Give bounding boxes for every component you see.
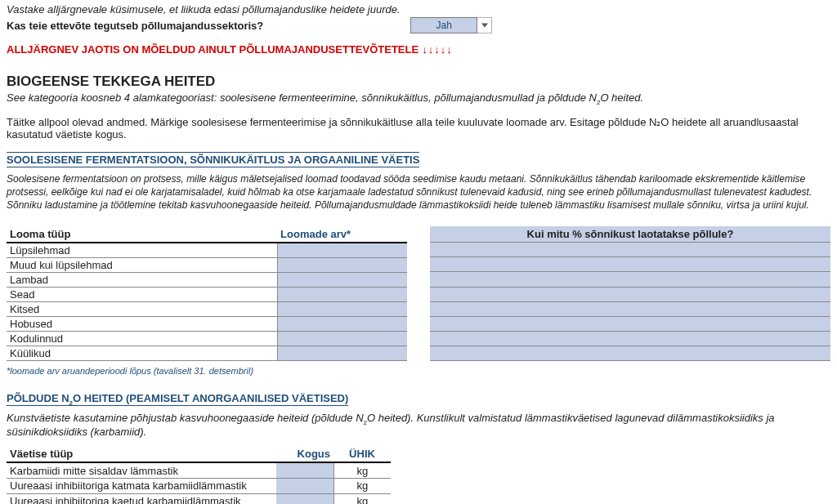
fertilizer-row-label: Uureaasi inhibiitoriga kaetud karbamiidl… (7, 493, 276, 504)
col-manure-percent: Kui mitu % sõnnikust laotatakse põllule? (430, 226, 830, 243)
section-n2o-title: PÕLDUDE N2O HEITED (PEAMISELT ANORGAANIL… (7, 391, 348, 406)
category-description: See kategooria koosneb 4 alamkategoorias… (7, 91, 830, 106)
animal-count-footnote: *loomade arv aruandeperioodi lõpus (tava… (7, 366, 830, 376)
sector-select-value: Jah (410, 17, 477, 33)
animal-count-input[interactable] (277, 302, 407, 317)
fertilizer-unit: kg (333, 478, 391, 493)
fertilizer-table: Väetise tüüp Kogus ÜHIK Karbamiidi mitte… (7, 446, 391, 504)
manure-percent-input[interactable] (430, 243, 830, 257)
desc-prefix: See kategooria koosneb 4 alamkategoorias… (7, 91, 597, 104)
animal-row-label: Kitsed (7, 302, 277, 317)
manure-percent-input[interactable] (430, 346, 830, 361)
animal-row-label: Lüpsilehmad (7, 243, 277, 258)
fertilizer-row-label: Uureaasi inhibiitoriga katmata karbamiid… (7, 478, 276, 493)
n2o-title-suffix: O HEITED (PEAMISELT ANORGAANILISED VÄETI… (73, 392, 348, 404)
fill-instructions: Täitke allpool olevad andmed. Märkige so… (7, 116, 830, 140)
sector-select[interactable]: Jah (410, 17, 492, 33)
col-count-link[interactable]: Loomade arv (280, 228, 347, 240)
animal-count-input[interactable] (277, 332, 407, 346)
animal-count-input[interactable] (277, 317, 407, 332)
animal-row-label: Küülikud (7, 346, 277, 361)
down-arrows-icon: ↓↓↓↓↓ (422, 43, 453, 56)
fertilizer-row-label: Karbamiidi mitte sisaldav lämmastik (7, 462, 276, 478)
main-heading: BIOGEENSE TEKKEGA HEITED (7, 74, 830, 90)
section-enteric-desc: Soolesisene fermentatsioon on protsess, … (7, 172, 830, 212)
chevron-down-icon (477, 17, 492, 33)
animal-tables-row: Looma tüüp Loomade arv* Lüpsilehmad Muud… (7, 226, 830, 361)
animal-count-input[interactable] (277, 258, 407, 273)
animal-count-input[interactable] (277, 288, 407, 302)
n2o-title-prefix: PÕLDUDE N (7, 392, 69, 404)
animal-count-input[interactable] (277, 273, 407, 288)
svg-marker-0 (481, 24, 488, 28)
section-n2o-desc: Kunstväetiste kasutamine põhjustab kasvu… (7, 412, 830, 439)
desc-suffix: O heited. (600, 91, 643, 104)
manure-percent-input[interactable] (430, 316, 830, 331)
fertilizer-qty-input[interactable] (276, 462, 333, 478)
fertilizer-qty-input[interactable] (276, 478, 333, 493)
animal-row-label: Kodulinnud (7, 332, 277, 346)
col-unit: ÜHIK (333, 446, 391, 462)
agriculture-only-warning: ALLJÄRGNEV JAOTIS ON MÕELDUD AINULT PÕLL… (7, 43, 830, 56)
animal-type-table: Looma tüüp Loomade arv* Lüpsilehmad Muud… (7, 226, 407, 361)
fertilizer-qty-input[interactable] (276, 493, 333, 504)
col-fertilizer-type: Väetise tüüp (7, 446, 276, 462)
animal-row-label: Lambad (7, 273, 277, 288)
intro-text: Vastake alljärgnevale küsimusele, et lii… (7, 3, 830, 16)
animal-row-label: Muud kui lüpsilehmad (7, 258, 277, 273)
n2o-desc-prefix: Kunstväetiste kasutamine põhjustab kasvu… (7, 412, 364, 424)
col-animal-type: Looma tüüp (7, 226, 277, 243)
question-row: Kas teie ettevõte tegutseb põllumajandus… (7, 17, 830, 33)
fertilizer-unit: kg (333, 493, 391, 504)
animal-count-input[interactable] (277, 346, 407, 361)
manure-percent-input[interactable] (430, 331, 830, 346)
fertilizer-unit: kg (333, 462, 391, 478)
section-enteric-title: SOOLESISENE FERMENTATSIOON, SÕNNIKUKÄITL… (7, 152, 419, 167)
warning-text: ALLJÄRGNEV JAOTIS ON MÕELDUD AINULT PÕLL… (7, 43, 418, 56)
footnote-text: loomade arv aruandeperioodi lõpus (taval… (10, 366, 253, 376)
manure-percent-input[interactable] (430, 287, 830, 301)
animal-row-label: Sead (7, 288, 277, 302)
manure-percent-input[interactable] (430, 257, 830, 272)
col-quantity-link[interactable]: Kogus (276, 446, 333, 462)
animal-row-label: Hobused (7, 317, 277, 332)
question-label: Kas teie ettevõte tegutseb põllumajandus… (7, 20, 263, 32)
animal-count-input[interactable] (277, 243, 407, 258)
manure-percent-input[interactable] (430, 301, 830, 316)
col-animal-count: Loomade arv* (277, 226, 407, 243)
manure-percent-input[interactable] (430, 272, 830, 287)
manure-percent-table: Kui mitu % sõnnikust laotatakse põllule? (430, 226, 830, 361)
col-count-asterisk: * (347, 228, 351, 240)
